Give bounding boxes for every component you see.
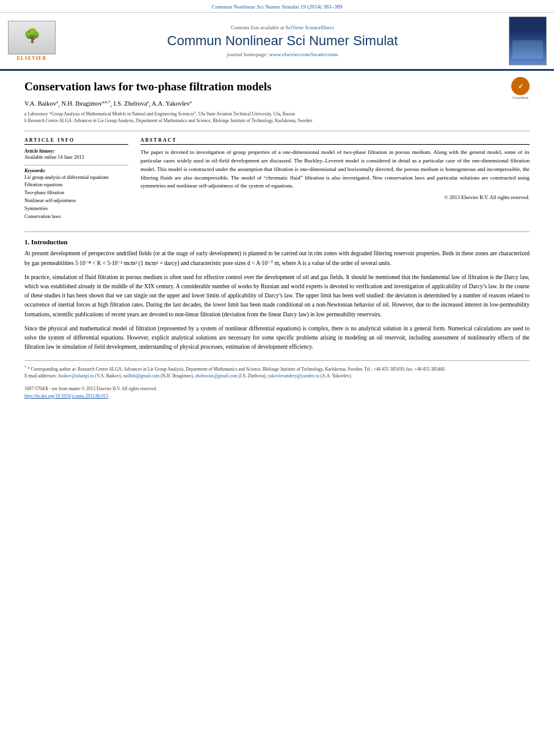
article-info-abstract: ARTICLE INFO Article history: Available … [24,137,530,226]
author-ibragimov: N.H. Ibragimova,b,* [61,100,110,107]
logo-box: 🌳 [8,21,56,54]
history-label: Article history: [24,148,128,154]
keyword-3: Two-phase filtration [24,189,128,197]
intro-title: 1. Introduction [24,238,530,245]
keyword-4: Nonlinear self-adjointness [24,197,128,205]
affiliation-b: b Research Centre ALGA: Advances in Lie … [24,117,530,124]
crossmark-icon: ✓ [511,77,530,95]
sciverse-link[interactable]: SciVerse ScienceDirect [285,24,334,31]
keywords-section: Keywords: Lie group analysis of differen… [24,168,128,221]
divider-keywords [24,165,128,165]
homepage-url[interactable]: www.elsevier.com/locate/cnsns [269,51,338,57]
keyword-6: Conservation laws [24,213,128,221]
abstract-panel: ABSTRACT The paper is devoted to investi… [140,137,530,226]
intro-paragraph-1: At present development of perspective un… [24,249,530,267]
issn-line: 1007-5704/$ - see front matter © 2013 El… [24,385,530,392]
doi-line: http://dx.doi.org/10.1016/j.cnsns.2013.0… [24,393,530,399]
keyword-5: Symmetries [24,205,128,213]
article-info-title: ARTICLE INFO [24,137,128,145]
footnote-emails: E-mail addresses: ibaikov@ufanipi.ru (V.… [24,373,530,379]
footnote-corresponding: * * Corresponding author at: Research Ce… [24,365,530,373]
email-baikov[interactable]: ibaikov@ufanipi.ru [58,373,94,379]
affiliation-a: a Laboratory “Group Analysis of Mathemat… [24,111,530,117]
article-content: ✓ CrossMark Conservation laws for two-ph… [0,71,554,405]
abstract-text: The paper is devoted to investigation of… [140,148,530,191]
copyright-line: © 2013 Elsevier B.V. All rights reserved… [140,194,530,200]
journal-homepage: journal homepage: www.elsevier.com/locat… [62,51,503,57]
footnote-area: * * Corresponding author at: Research Ce… [24,360,530,379]
keywords-list: Lie group analysis of differential equat… [24,174,128,221]
keyword-1: Lie group analysis of differential equat… [24,174,128,182]
keyword-2: Filtration equations [24,181,128,189]
sciverse-line: Contents lists available at SciVerse Sci… [62,24,503,31]
article-info-panel: ARTICLE INFO Article history: Available … [24,137,128,226]
journal-title: Commun Nonlinear Sci Numer Simulat [62,33,503,49]
bottom-info: 1007-5704/$ - see front matter © 2013 El… [24,385,530,399]
citation-bar: Commun Nonlinear Sci Numer Simulat 19 (2… [0,0,554,13]
divider-2 [24,231,530,232]
intro-paragraph-3: Since the physical and mathematical mode… [24,324,530,352]
citation-text: Commun Nonlinear Sci Numer Simulat 19 (2… [211,4,342,10]
authors-line: V.A. Baikova, N.H. Ibragimova,b,*, I.S. … [24,100,530,107]
email-yakovlev[interactable]: yakovlevandrey@yandex.ru [268,373,319,379]
abstract-title: ABSTRACT [140,137,530,145]
crossmark-badge: ✓ CrossMark [511,77,530,100]
journal-cover [509,16,547,65]
affiliations: a Laboratory “Group Analysis of Mathemat… [24,111,530,125]
cover-image [509,16,547,65]
cover-inner [509,17,546,65]
available-online: Available online 14 June 2013 [24,154,128,160]
logo-tree-icon: 🌳 [24,29,40,43]
intro-paragraph-2: In practice, simulation of fluid filtrat… [24,273,530,319]
email-ibragimov[interactable]: nailhih@gmail.com [123,373,160,379]
journal-header: 🌳 ELSEVIER Contents lists available at S… [0,13,554,71]
author-zheltova: I.S. Zheltovaa [114,100,149,107]
article-title: Conservation laws for two-phase filtrati… [24,79,530,95]
email-zheltova[interactable]: zheltovais@gmail.com [195,373,237,379]
elsevier-wordmark: ELSEVIER [17,56,46,61]
keywords-label: Keywords: [24,168,128,173]
journal-center: Contents lists available at SciVerse Sci… [62,24,503,57]
elsevier-logo: 🌳 ELSEVIER [7,21,56,61]
author-baikov: V.A. Baikova [24,100,58,107]
doi-link[interactable]: http://dx.doi.org/10.1016/j.cnsns.2013.0… [24,393,108,399]
author-yakovlev: A.A. Yakovleva [151,100,192,107]
divider-1 [24,131,530,131]
history-section: Article history: Available online 14 Jun… [24,148,128,160]
